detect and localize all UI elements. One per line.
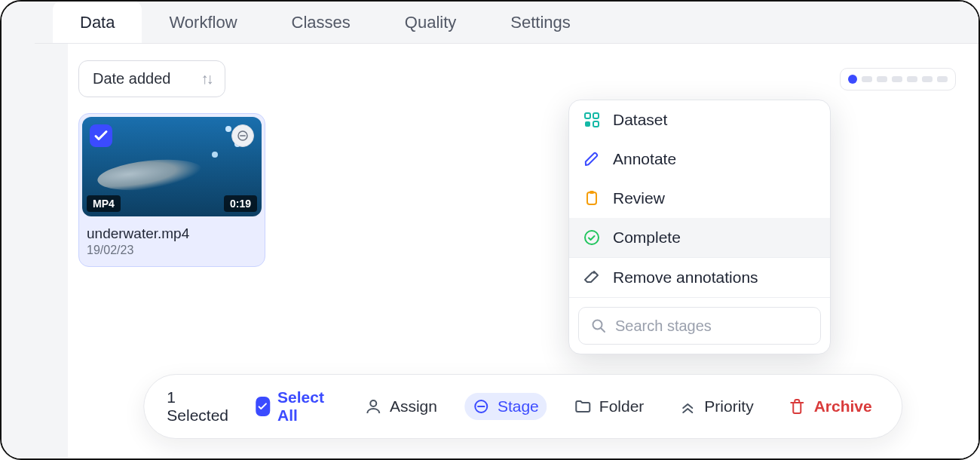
app-frame: Data Workflow Classes Quality Settings D…	[0, 0, 980, 460]
svg-point-8	[585, 231, 599, 244]
file-card[interactable]: MP4 0:19 underwater.mp4 19/02/23	[78, 113, 265, 267]
tab-label: Quality	[405, 13, 456, 32]
toolbar: Date added ↑↓	[68, 44, 978, 97]
svg-rect-2	[585, 113, 590, 118]
stage-option-annotate[interactable]: Annotate	[569, 140, 830, 179]
priority-label: Priority	[704, 397, 753, 416]
stage-option-label: Remove annotations	[613, 268, 758, 287]
folder-label: Folder	[599, 397, 645, 416]
file-date: 19/02/23	[87, 244, 257, 257]
stage-option-label: Dataset	[613, 111, 667, 129]
checkbox-checked-icon	[256, 397, 270, 416]
svg-point-11	[370, 400, 376, 406]
slider-seg	[937, 76, 948, 82]
assign-label: Assign	[390, 397, 437, 416]
slider-seg	[892, 76, 902, 82]
select-all-button[interactable]: Select All	[248, 384, 337, 429]
tab-label: Settings	[510, 13, 571, 32]
eraser-icon	[583, 268, 601, 287]
thumbnail-decor	[225, 126, 231, 132]
stage-search-input[interactable]	[615, 317, 810, 335]
trash-icon	[789, 397, 807, 416]
thumbnail-size-slider[interactable]	[840, 68, 956, 90]
select-all-label: Select All	[277, 388, 329, 425]
archive-label: Archive	[814, 397, 872, 416]
left-gutter	[2, 2, 35, 458]
stage-option-label: Complete	[613, 228, 681, 247]
tab-quality[interactable]: Quality	[378, 1, 483, 43]
stage-option-label: Annotate	[613, 150, 676, 168]
slider-seg	[922, 76, 933, 82]
priority-icon	[678, 397, 697, 416]
file-thumbnail: MP4 0:19	[82, 117, 262, 216]
tab-workflow[interactable]: Workflow	[142, 1, 264, 43]
assign-button[interactable]: Assign	[357, 393, 445, 420]
user-icon	[364, 397, 382, 416]
stage-label: Stage	[498, 397, 539, 416]
stage-popover: Dataset Annotate Review Complete Re	[568, 100, 831, 354]
stage-option-remove-annotations[interactable]: Remove annotations	[569, 258, 830, 297]
format-badge: MP4	[87, 195, 121, 212]
page-bg: Data Workflow Classes Quality Settings D…	[35, 2, 978, 458]
file-name: underwater.mp4	[87, 225, 257, 242]
clipboard-icon	[583, 189, 601, 207]
file-meta: underwater.mp4 19/02/23	[79, 219, 265, 266]
sort-label: Date added	[93, 70, 170, 87]
search-icon	[590, 317, 608, 335]
tab-label: Classes	[292, 13, 351, 32]
grid-icon	[583, 111, 601, 129]
svg-point-9	[593, 320, 602, 330]
divider	[569, 297, 830, 298]
tab-label: Data	[80, 13, 115, 32]
status-chip-icon[interactable]	[231, 124, 254, 147]
stage-option-dataset[interactable]: Dataset	[569, 100, 830, 140]
slider-knob	[848, 75, 857, 84]
selected-check-icon[interactable]	[90, 124, 112, 147]
slider-seg	[877, 76, 887, 82]
stage-button[interactable]: Stage	[464, 393, 547, 420]
tab-label: Workflow	[169, 13, 237, 32]
svg-line-10	[602, 329, 605, 333]
pencil-icon	[583, 150, 601, 168]
svg-rect-3	[593, 113, 599, 118]
svg-rect-7	[590, 191, 594, 194]
archive-button[interactable]: Archive	[781, 393, 880, 420]
svg-rect-5	[593, 121, 599, 127]
tab-classes[interactable]: Classes	[265, 1, 378, 43]
tab-bar: Data Workflow Classes Quality Settings	[35, 2, 978, 44]
sort-arrows-icon: ↑↓	[201, 70, 211, 87]
stage-icon	[472, 397, 490, 416]
folder-button[interactable]: Folder	[566, 393, 652, 420]
selected-count: 1 Selected	[167, 388, 228, 425]
priority-button[interactable]: Priority	[671, 393, 761, 420]
svg-rect-6	[587, 192, 596, 204]
stage-search[interactable]	[578, 307, 821, 345]
selection-action-bar: 1 Selected Select All Assign Stage	[143, 374, 902, 439]
stage-option-label: Review	[613, 189, 665, 207]
folder-icon	[574, 397, 592, 416]
stage-option-review[interactable]: Review	[569, 179, 830, 218]
stage-option-complete[interactable]: Complete	[569, 218, 830, 257]
tab-settings[interactable]: Settings	[483, 1, 598, 43]
slider-seg	[862, 76, 872, 82]
duration-badge: 0:19	[224, 195, 257, 212]
sort-button[interactable]: Date added ↑↓	[78, 60, 225, 97]
slider-seg	[907, 76, 917, 82]
content-area: Date added ↑↓	[68, 44, 978, 458]
check-circle-icon	[583, 228, 601, 247]
svg-rect-4	[585, 121, 590, 127]
tab-data[interactable]: Data	[53, 1, 142, 43]
